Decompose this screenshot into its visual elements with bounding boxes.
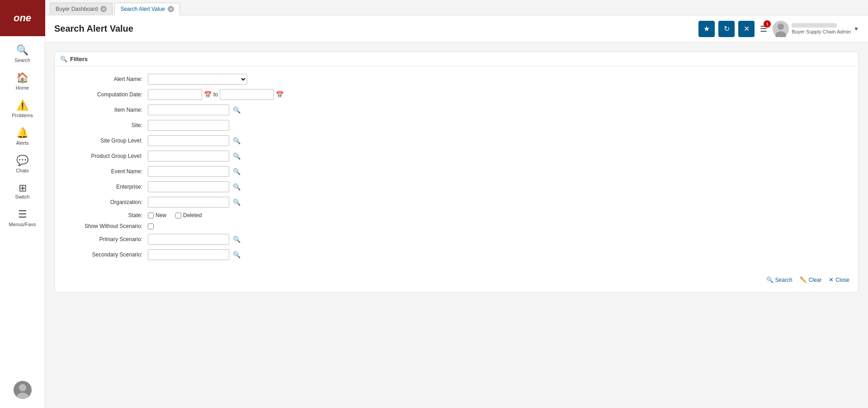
state-new-label: New [156,212,166,218]
close-page-button[interactable]: ✕ [738,21,755,37]
show-without-scenario-row: Show Without Scenario: [64,223,849,229]
secondary-scenario-row: Secondary Scenario: 🔍 [64,249,849,260]
show-without-scenario-checkbox[interactable] [148,223,154,229]
alert-name-row: Alert Name: [64,74,849,85]
home-icon: 🏠 [16,72,28,84]
tab-buyer-dashboard-close[interactable]: ✕ [100,6,107,12]
show-without-scenario-label: Show Without Scenario: [64,223,145,229]
refresh-button[interactable]: ↻ [718,21,735,37]
search-button[interactable]: 🔍 Search [766,276,793,283]
state-deleted-checkbox-row: Deleted [175,212,202,218]
secondary-scenario-label: Secondary Scenario: [64,251,145,258]
secondary-scenario-search-button[interactable]: 🔍 [232,251,241,258]
event-name-search-button[interactable]: 🔍 [232,168,241,175]
calendar-from-button[interactable]: 📅 [204,91,212,98]
alert-name-select[interactable] [148,74,247,85]
organization-input[interactable] [148,197,229,208]
event-name-row: Event Name: 🔍 [64,166,849,177]
tab-search-alert-value[interactable]: Search Alert Value ✕ [114,3,180,15]
organization-row: Organization: 🔍 [64,197,849,208]
secondary-scenario-input[interactable] [148,249,229,260]
tab-search-alert-value-label: Search Alert Value [120,6,165,12]
sidebar-item-search[interactable]: 🔍 Search [0,40,45,67]
sidebar-item-alerts[interactable]: 🔔 Alerts [0,123,45,150]
clear-button-label: Clear [809,277,822,283]
computation-date-label: Computation Date: [64,91,145,98]
computation-date-to[interactable] [220,89,274,100]
user-dropdown-arrow[interactable]: ▼ [854,26,859,32]
sidebar-label-chats: Chats [16,168,29,173]
avatar-svg [14,381,32,399]
site-input[interactable] [148,120,229,131]
calendar-to-button[interactable]: 📅 [276,91,283,98]
site-group-level-row: Site Group Level: 🔍 [64,135,849,146]
app-logo[interactable]: one [0,0,45,36]
state-deleted-checkbox[interactable] [175,213,181,218]
item-name-row: Item Name: 🔍 [64,104,849,115]
sidebar-item-problems[interactable]: ⚠️ Problems [0,95,45,123]
organization-search-button[interactable]: 🔍 [232,199,241,206]
clear-button[interactable]: ✏️ Clear [800,276,822,283]
product-group-level-label: Product Group Level: [64,153,145,159]
user-avatar [773,21,789,37]
search-button-label: Search [775,277,793,283]
content-area: 🔍 Filters Alert Name: Computation Date: … [45,43,868,408]
sidebar-label-search: Search [14,57,30,63]
menus-icon: ☰ [18,209,27,220]
sidebar-item-switch[interactable]: ⊞ Switch [0,178,45,204]
refresh-icon: ↻ [724,24,730,33]
filter-header-label: Filters [70,56,88,62]
primary-scenario-input[interactable] [148,234,229,245]
user-name-role: Buyer Supply Chain Admin [792,23,851,34]
event-name-label: Event Name: [64,168,145,175]
user-avatar-svg [773,21,789,37]
state-checkboxes: New Deleted [148,212,202,218]
tab-search-alert-value-close[interactable]: ✕ [168,6,174,12]
enterprise-label: Enterprise: [64,184,145,190]
sidebar-item-user-avatar[interactable] [0,376,45,403]
product-group-level-search-button[interactable]: 🔍 [232,152,241,160]
user-role: Buyer Supply Chain Admin [792,29,851,34]
sidebar-item-chats[interactable]: 💬 Chats [0,150,45,178]
site-group-level-search-button[interactable]: 🔍 [232,137,241,144]
state-deleted-label: Deleted [183,212,202,218]
star-icon: ★ [703,24,710,33]
enterprise-input[interactable] [148,181,229,192]
item-name-search-button[interactable]: 🔍 [232,106,241,114]
item-name-input[interactable] [148,104,229,115]
sidebar-item-home[interactable]: 🏠 Home [0,67,45,95]
main-content: Buyer Dashboard ✕ Search Alert Value ✕ S… [45,0,868,408]
sidebar-item-menus[interactable]: ☰ Menus/Favs [0,204,45,232]
clear-icon: ✏️ [800,276,807,283]
date-separator: to [213,91,218,98]
computation-date-from[interactable] [148,89,202,100]
close-button[interactable]: ✕ Close [829,276,849,283]
header-bar: Search Alert Value ★ ↻ ✕ 1 ☰ [45,15,868,43]
product-group-level-input[interactable] [148,151,229,161]
sidebar: one 🔍 Search 🏠 Home ⚠️ Problems 🔔 Alerts… [0,0,45,408]
event-name-input[interactable] [148,166,229,177]
menu-button[interactable]: 1 ☰ [758,22,769,36]
chats-icon: 💬 [16,155,28,166]
primary-scenario-search-button[interactable]: 🔍 [232,236,241,243]
logo-text: one [14,12,31,24]
state-new-checkbox[interactable] [148,213,154,218]
tab-buyer-dashboard[interactable]: Buyer Dashboard ✕ [50,3,113,15]
page-title: Search Alert Value [54,24,698,34]
filter-body: Alert Name: Computation Date: 📅 to 📅 [55,66,859,272]
user-info: Buyer Supply Chain Admin ▼ [773,21,859,37]
site-row: Site: [64,120,849,131]
header-actions: ★ ↻ ✕ 1 ☰ [698,21,859,37]
product-group-level-row: Product Group Level: 🔍 [64,151,849,161]
user-avatar-small [14,381,32,399]
filter-search-icon: 🔍 [60,56,67,62]
state-label: State: [64,212,145,218]
close-icon: ✕ [744,24,750,33]
search-footer-icon: 🔍 [766,276,774,283]
svg-point-1 [19,384,26,391]
favorite-button[interactable]: ★ [698,21,715,37]
site-group-level-input[interactable] [148,135,229,146]
tab-buyer-dashboard-label: Buyer Dashboard [56,6,98,12]
search-icon: 🔍 [16,44,28,56]
enterprise-search-button[interactable]: 🔍 [232,183,241,190]
